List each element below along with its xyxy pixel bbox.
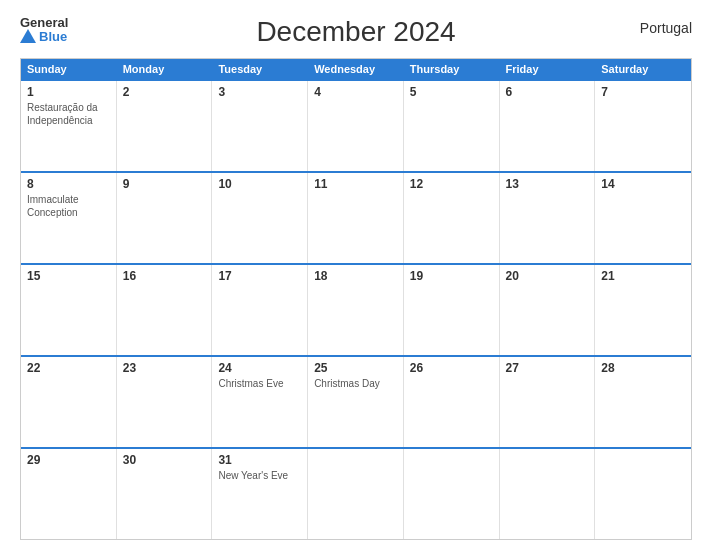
day-number: 17 <box>218 269 301 283</box>
day-cell: 10 <box>212 173 308 263</box>
day-number: 13 <box>506 177 589 191</box>
day-number: 1 <box>27 85 110 99</box>
day-header-monday: Monday <box>117 59 213 79</box>
day-number: 31 <box>218 453 301 467</box>
day-cell: 9 <box>117 173 213 263</box>
day-cell: 6 <box>500 81 596 171</box>
event-label: Conception <box>27 206 110 219</box>
logo-triangle-icon <box>20 29 36 43</box>
day-cell <box>500 449 596 539</box>
calendar-grid: SundayMondayTuesdayWednesdayThursdayFrid… <box>20 58 692 540</box>
calendar-page: General Blue December 2024 Portugal Sund… <box>0 0 712 550</box>
day-cell: 16 <box>117 265 213 355</box>
day-cell: 5 <box>404 81 500 171</box>
day-number: 16 <box>123 269 206 283</box>
day-cell: 30 <box>117 449 213 539</box>
day-cell: 26 <box>404 357 500 447</box>
day-number: 14 <box>601 177 685 191</box>
day-cell: 31New Year's Eve <box>212 449 308 539</box>
day-number: 19 <box>410 269 493 283</box>
day-number: 23 <box>123 361 206 375</box>
day-number: 30 <box>123 453 206 467</box>
day-number: 24 <box>218 361 301 375</box>
day-cell: 8ImmaculateConception <box>21 173 117 263</box>
day-cell <box>308 449 404 539</box>
day-cell: 24Christmas Eve <box>212 357 308 447</box>
day-number: 5 <box>410 85 493 99</box>
day-number: 18 <box>314 269 397 283</box>
day-cell: 11 <box>308 173 404 263</box>
day-number: 9 <box>123 177 206 191</box>
day-cell: 20 <box>500 265 596 355</box>
event-label: New Year's Eve <box>218 469 301 482</box>
day-header-tuesday: Tuesday <box>212 59 308 79</box>
logo-blue-text: Blue <box>20 29 68 43</box>
day-number: 21 <box>601 269 685 283</box>
week-row-3: 15161718192021 <box>21 263 691 355</box>
day-cell: 19 <box>404 265 500 355</box>
day-cell <box>595 449 691 539</box>
day-header-thursday: Thursday <box>404 59 500 79</box>
day-cell: 17 <box>212 265 308 355</box>
day-cell: 1Restauração daIndependência <box>21 81 117 171</box>
day-cell: 14 <box>595 173 691 263</box>
day-number: 11 <box>314 177 397 191</box>
logo: General Blue <box>20 16 68 43</box>
logo-general-text: General <box>20 16 68 29</box>
day-number: 22 <box>27 361 110 375</box>
day-number: 10 <box>218 177 301 191</box>
week-row-5: 293031New Year's Eve <box>21 447 691 539</box>
day-cell: 29 <box>21 449 117 539</box>
day-number: 15 <box>27 269 110 283</box>
day-cell: 23 <box>117 357 213 447</box>
day-cell: 25Christmas Day <box>308 357 404 447</box>
day-cell <box>404 449 500 539</box>
day-number: 3 <box>218 85 301 99</box>
day-number: 25 <box>314 361 397 375</box>
day-header-wednesday: Wednesday <box>308 59 404 79</box>
day-number: 26 <box>410 361 493 375</box>
day-cell: 27 <box>500 357 596 447</box>
day-cell: 3 <box>212 81 308 171</box>
week-row-2: 8ImmaculateConception91011121314 <box>21 171 691 263</box>
calendar-header: General Blue December 2024 Portugal <box>20 16 692 48</box>
week-row-1: 1Restauração daIndependência234567 <box>21 79 691 171</box>
day-cell: 4 <box>308 81 404 171</box>
day-cell: 7 <box>595 81 691 171</box>
event-label: Christmas Eve <box>218 377 301 390</box>
day-cell: 13 <box>500 173 596 263</box>
day-number: 20 <box>506 269 589 283</box>
day-cell: 15 <box>21 265 117 355</box>
day-cell: 18 <box>308 265 404 355</box>
country-label: Portugal <box>640 20 692 36</box>
day-header-friday: Friday <box>500 59 596 79</box>
event-label: Restauração da <box>27 101 110 114</box>
event-label: Independência <box>27 114 110 127</box>
day-headers-row: SundayMondayTuesdayWednesdayThursdayFrid… <box>21 59 691 79</box>
day-header-sunday: Sunday <box>21 59 117 79</box>
day-number: 4 <box>314 85 397 99</box>
day-number: 12 <box>410 177 493 191</box>
day-cell: 28 <box>595 357 691 447</box>
day-number: 28 <box>601 361 685 375</box>
day-number: 29 <box>27 453 110 467</box>
day-cell: 12 <box>404 173 500 263</box>
event-label: Christmas Day <box>314 377 397 390</box>
day-cell: 21 <box>595 265 691 355</box>
day-number: 7 <box>601 85 685 99</box>
day-number: 2 <box>123 85 206 99</box>
day-cell: 2 <box>117 81 213 171</box>
weeks-container: 1Restauração daIndependência2345678Immac… <box>21 79 691 539</box>
day-number: 6 <box>506 85 589 99</box>
week-row-4: 222324Christmas Eve25Christmas Day262728 <box>21 355 691 447</box>
day-number: 27 <box>506 361 589 375</box>
calendar-title: December 2024 <box>256 16 455 48</box>
day-header-saturday: Saturday <box>595 59 691 79</box>
day-number: 8 <box>27 177 110 191</box>
day-cell: 22 <box>21 357 117 447</box>
event-label: Immaculate <box>27 193 110 206</box>
